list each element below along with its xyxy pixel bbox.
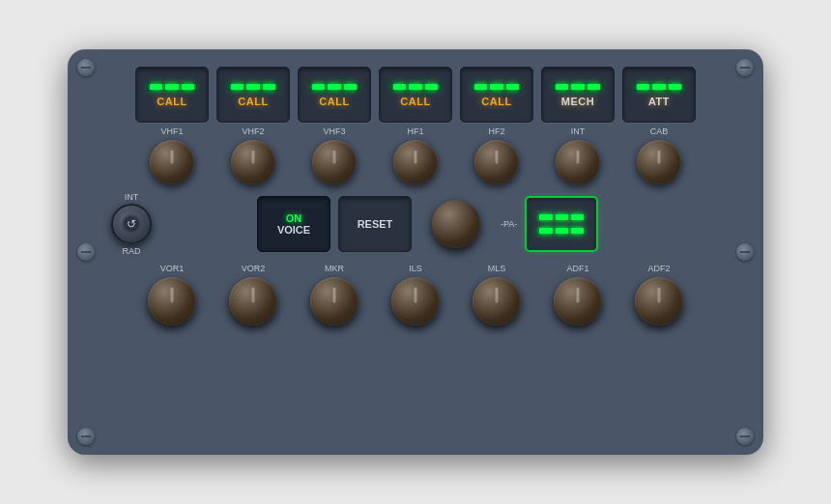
- led-seg-1: [637, 84, 649, 90]
- led-seg-3: [506, 84, 519, 90]
- label-ils: ILS: [379, 264, 452, 273]
- rad-label: RAD: [122, 246, 140, 256]
- mech-label: MECH: [561, 96, 594, 107]
- knob-container-int: [541, 140, 615, 184]
- screw-top-left: [77, 59, 95, 76]
- screw-top-right: [736, 59, 754, 76]
- led-seg-2: [490, 84, 502, 90]
- call-button-cab: ATT CAB: [622, 67, 696, 136]
- knob-hf2[interactable]: [474, 140, 519, 184]
- call-button-vhf1: CALL VHF1: [135, 67, 209, 136]
- knob-container-ils: [379, 277, 452, 325]
- led-seg-1: [539, 214, 552, 220]
- led-seg-2: [165, 84, 178, 90]
- btn-vhf1[interactable]: CALL: [135, 67, 209, 123]
- knob-container-hf1: [379, 140, 452, 184]
- call-buttons-row: CALL VHF1 CALL VHF2: [95, 67, 736, 136]
- knob-container-mkr: [298, 277, 371, 325]
- btn-vhf2[interactable]: CALL: [216, 67, 290, 123]
- reset-label: RESET: [358, 218, 393, 230]
- led-seg-3: [669, 84, 681, 90]
- sublabel-vhf3: VHF3: [323, 126, 345, 136]
- label-mkr: MKR: [298, 264, 371, 273]
- pa-section: -PA-: [501, 219, 517, 229]
- knob-container-vhf3: [298, 140, 371, 184]
- knob-vor2[interactable]: [229, 277, 277, 325]
- call-button-int: MECH INT: [541, 67, 615, 136]
- btn-vhf3[interactable]: CALL: [298, 67, 371, 123]
- btn-int[interactable]: MECH: [541, 67, 615, 123]
- knob-ils[interactable]: [391, 277, 440, 325]
- call-button-hf2: CALL HF2: [460, 67, 533, 136]
- knob-hf1[interactable]: [393, 140, 438, 184]
- sublabel-hf2: HF2: [488, 126, 504, 136]
- knob-cab[interactable]: [637, 140, 681, 184]
- sublabel-cab: CAB: [650, 126, 669, 136]
- rotary-arrow-icon: ↺: [127, 217, 136, 231]
- knob-vhf1[interactable]: [150, 140, 194, 184]
- sublabel-hf1: HF1: [407, 126, 423, 136]
- knob-container-vhf1: [135, 140, 209, 184]
- btn-cab[interactable]: ATT: [622, 67, 696, 123]
- knob-int[interactable]: [556, 140, 600, 184]
- bottom-knobs-row: [95, 277, 736, 325]
- knob-mls[interactable]: [473, 277, 521, 325]
- led-seg-3: [263, 84, 275, 90]
- led-seg-2: [652, 84, 665, 90]
- knob-vor1[interactable]: [148, 277, 196, 325]
- led-bar-adf2-2: [536, 226, 587, 236]
- screw-bottom-left: [77, 428, 95, 445]
- led-seg-2: [571, 84, 584, 90]
- int-top-label: INT: [125, 192, 139, 202]
- knob-container-hf2: [460, 140, 533, 184]
- label-vor1: VOR1: [135, 264, 209, 273]
- led-seg-3: [587, 84, 600, 90]
- led-seg-5: [556, 228, 568, 234]
- call-label-vhf2: CALL: [238, 96, 268, 107]
- adf2-button[interactable]: [525, 196, 598, 252]
- knob-mls-middle[interactable]: [432, 200, 480, 248]
- label-adf1: ADF1: [541, 264, 615, 273]
- bottom-labels-row: VOR1 VOR2 MKR ILS MLS ADF1 ADF2: [95, 264, 736, 273]
- gap-spacer-2: [419, 200, 493, 248]
- btn-hf2[interactable]: CALL: [460, 67, 533, 123]
- btn-hf1[interactable]: CALL: [379, 67, 452, 123]
- knob-container-adf2: [622, 277, 696, 325]
- screw-bottom-right: [736, 428, 754, 445]
- knob-container-vhf2: [216, 140, 290, 184]
- led-seg-2: [556, 214, 568, 220]
- led-bar-vhf3: [309, 82, 359, 92]
- call-button-hf1: CALL HF1: [379, 67, 452, 136]
- pa-label: -PA-: [501, 219, 517, 229]
- led-seg-2: [328, 84, 340, 90]
- call-label-hf2: CALL: [481, 96, 511, 107]
- rotary-inner: ↺: [122, 214, 141, 234]
- led-seg-1: [556, 84, 568, 90]
- led-seg-4: [539, 228, 552, 234]
- sublabel-int: INT: [571, 126, 586, 136]
- screw-mid-left: [77, 243, 95, 261]
- knob-container-cab: [622, 140, 696, 184]
- knob-vhf3[interactable]: [312, 140, 357, 184]
- rotary-switch-int-rad[interactable]: ↺: [111, 204, 152, 244]
- on-label: ON: [286, 212, 302, 224]
- knob-adf1[interactable]: [554, 277, 602, 325]
- knob-vhf2[interactable]: [231, 140, 275, 184]
- int-rad-container: INT ↺ RAD: [111, 192, 152, 256]
- led-bar-vhf2: [228, 82, 278, 92]
- voice-label: VOICE: [277, 224, 310, 236]
- reset-button[interactable]: RESET: [338, 196, 412, 252]
- knob-adf2[interactable]: [635, 277, 683, 325]
- sublabel-vhf1: VHF1: [160, 126, 183, 136]
- led-seg-1: [231, 84, 244, 90]
- led-seg-3: [571, 214, 584, 220]
- led-bar-hf1: [390, 82, 441, 92]
- knob-mkr[interactable]: [310, 277, 358, 325]
- voice-on-button[interactable]: ON VOICE: [257, 196, 330, 252]
- led-seg-1: [393, 84, 406, 90]
- led-bar-cab: [634, 82, 684, 92]
- call-label-vhf3: CALL: [319, 96, 349, 107]
- label-vor2: VOR2: [216, 264, 290, 273]
- led-seg-6: [571, 228, 584, 234]
- led-seg-2: [246, 84, 259, 90]
